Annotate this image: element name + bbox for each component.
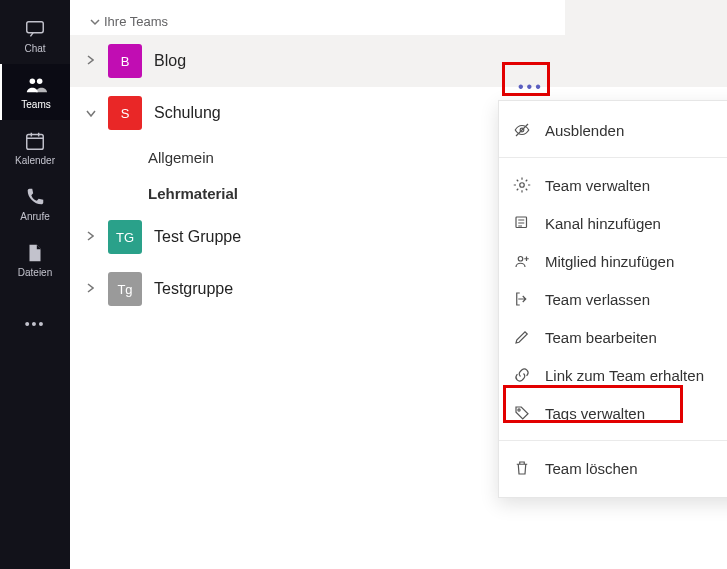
team-avatar: S	[108, 96, 142, 130]
rail-label: Kalender	[15, 155, 55, 166]
teams-icon	[25, 74, 47, 96]
phone-icon	[24, 186, 46, 208]
menu-item-label: Team verwalten	[545, 177, 650, 194]
team-more-options-button[interactable]: •••	[518, 78, 544, 96]
caret-right-icon	[86, 283, 96, 295]
caret-right-icon	[86, 231, 96, 243]
menu-item-team-verwalten[interactable]: Team verwalten	[499, 166, 727, 204]
svg-point-1	[30, 79, 35, 85]
rail-label: Dateien	[18, 267, 52, 278]
team-name-label: Test Gruppe	[154, 228, 241, 246]
leave-icon	[513, 290, 531, 308]
menu-item-label: Link zum Team erhalten	[545, 367, 704, 384]
tag-icon	[513, 404, 531, 422]
channel-name-label: Lehrmaterial	[148, 185, 238, 202]
add-member-icon	[513, 252, 531, 270]
rail-label: Anrufe	[20, 211, 49, 222]
svg-point-8	[518, 409, 520, 411]
menu-item-kanal-hinzufuegen[interactable]: Kanal hinzufügen	[499, 204, 727, 242]
file-icon	[24, 242, 46, 264]
add-channel-icon	[513, 214, 531, 232]
hide-icon	[513, 121, 531, 139]
rail-more-button[interactable]: •••	[25, 304, 46, 344]
menu-item-label: Kanal hinzufügen	[545, 215, 661, 232]
link-icon	[513, 366, 531, 384]
rail-item-kalender[interactable]: Kalender	[0, 120, 70, 176]
menu-item-team-bearbeiten[interactable]: Team bearbeiten	[499, 318, 727, 356]
team-name-label: Schulung	[154, 104, 221, 122]
menu-item-label: Mitglied hinzufügen	[545, 253, 674, 270]
teams-header-label: Ihre Teams	[104, 14, 168, 29]
gear-icon	[513, 176, 531, 194]
menu-item-label: Team verlassen	[545, 291, 650, 308]
rail-item-dateien[interactable]: Dateien	[0, 232, 70, 288]
chevron-down-icon	[90, 17, 100, 27]
team-avatar: Tg	[108, 272, 142, 306]
content-gutter	[565, 0, 727, 66]
chat-icon	[24, 18, 46, 40]
menu-item-label: Team löschen	[545, 460, 638, 477]
teams-panel: Ihre Teams B Blog S Schulung Allgemein L…	[70, 0, 727, 569]
menu-item-tags-verwalten[interactable]: Tags verwalten	[499, 394, 727, 432]
menu-item-mitglied-hinzufuegen[interactable]: Mitglied hinzufügen	[499, 242, 727, 280]
menu-item-label: Tags verwalten	[545, 405, 645, 422]
channel-name-label: Allgemein	[148, 149, 214, 166]
caret-right-icon	[86, 55, 96, 67]
edit-icon	[513, 328, 531, 346]
caret-down-icon	[86, 108, 96, 119]
team-context-menu: Ausblenden Team verwalten Kanal hinzufüg…	[498, 100, 727, 498]
menu-item-ausblenden[interactable]: Ausblenden	[499, 111, 727, 149]
svg-point-5	[520, 183, 525, 188]
menu-divider	[499, 440, 727, 441]
menu-item-label: Ausblenden	[545, 122, 624, 139]
team-name-label: Testgruppe	[154, 280, 233, 298]
team-avatar: B	[108, 44, 142, 78]
rail-item-teams[interactable]: Teams	[0, 64, 70, 120]
trash-icon	[513, 459, 531, 477]
rail-item-anrufe[interactable]: Anrufe	[0, 176, 70, 232]
svg-point-7	[518, 257, 523, 262]
rail-label: Teams	[21, 99, 50, 110]
svg-rect-3	[27, 135, 44, 150]
menu-divider	[499, 157, 727, 158]
menu-item-team-verlassen[interactable]: Team verlassen	[499, 280, 727, 318]
team-avatar: TG	[108, 220, 142, 254]
menu-item-team-loeschen[interactable]: Team löschen	[499, 449, 727, 487]
svg-rect-0	[27, 22, 44, 33]
menu-item-link-zum-team[interactable]: Link zum Team erhalten	[499, 356, 727, 394]
app-rail: Chat Teams Kalender Anrufe Dateien	[0, 0, 70, 569]
calendar-icon	[24, 130, 46, 152]
rail-label: Chat	[24, 43, 45, 54]
menu-item-label: Team bearbeiten	[545, 329, 657, 346]
rail-item-chat[interactable]: Chat	[0, 8, 70, 64]
team-name-label: Blog	[154, 52, 186, 70]
svg-point-2	[37, 79, 42, 85]
